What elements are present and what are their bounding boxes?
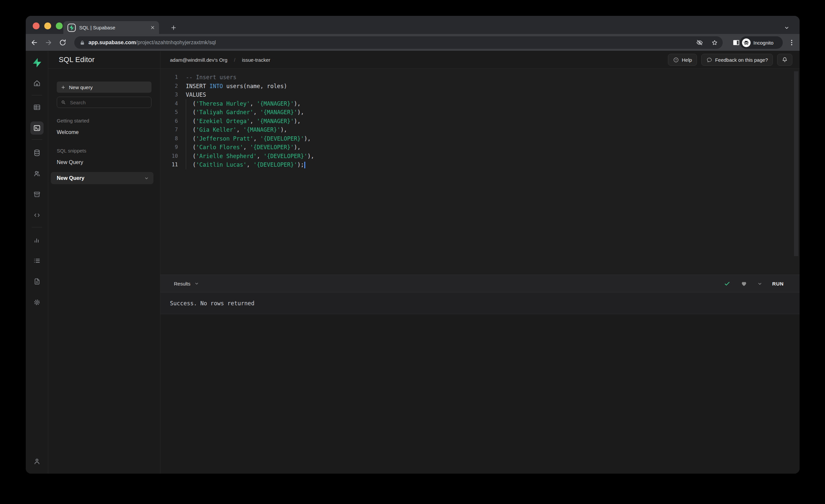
breadcrumb: adam@windmill.dev's Org / issue-tracker: [170, 57, 668, 63]
code-line[interactable]: 8 ('Jefferson Pratt', '{DEVELOPER}'),: [160, 134, 800, 143]
code-line[interactable]: 6 ('Ezekiel Ortega', '{MANAGER}'),: [160, 117, 800, 126]
results-dropdown[interactable]: Results: [174, 281, 724, 286]
favorite-heart-icon[interactable]: [741, 280, 747, 287]
browser-toolbar: app.supabase.com/project/azahtnhqohyjerz…: [26, 34, 800, 51]
check-icon[interactable]: [724, 280, 731, 287]
nav-rail: [26, 51, 48, 474]
account-icon[interactable]: [30, 455, 44, 468]
code-text: ('Theresa Hurley', '{MANAGER}'),: [186, 99, 301, 108]
supabase-app: SQL Editor adam@windmill.dev's Org / iss…: [26, 51, 800, 474]
bookmark-star-icon[interactable]: [711, 39, 718, 46]
notifications-button[interactable]: [777, 54, 792, 66]
text-cursor: [304, 162, 305, 168]
supabase-logo-icon[interactable]: [30, 56, 44, 69]
code-line[interactable]: 11 ('Caitlin Lucas', '{DEVELOPER}');: [160, 160, 800, 169]
speech-bubble-icon: [706, 57, 712, 63]
editor-scrollbar[interactable]: [794, 71, 798, 256]
browser-window: SQL | Supabase app.supabase.com/project/…: [26, 16, 800, 474]
search-icon: [61, 100, 66, 105]
line-number: 4: [160, 99, 178, 108]
chevron-down-icon: [195, 281, 199, 286]
snippet-item-label: New Query: [57, 159, 83, 165]
code-line[interactable]: 4 ('Theresa Hurley', '{MANAGER}'),: [160, 99, 800, 108]
code-line[interactable]: 2INSERT INTO users(name, roles): [160, 82, 800, 91]
logs-icon[interactable]: [30, 254, 44, 267]
incognito-badge: Incognito: [740, 36, 783, 49]
results-bar: Results RUN: [160, 275, 800, 292]
home-icon[interactable]: [30, 77, 44, 90]
code-text: ('Gia Keller', '{MANAGER}'),: [186, 126, 287, 134]
feedback-label: Feedback on this page?: [715, 57, 768, 63]
feedback-button[interactable]: Feedback on this page?: [701, 54, 773, 66]
eye-off-icon[interactable]: [696, 39, 703, 46]
close-window-button[interactable]: [33, 22, 40, 29]
help-button[interactable]: ? Help: [668, 54, 697, 66]
settings-gear-icon[interactable]: [30, 296, 44, 309]
forward-icon[interactable]: [45, 39, 53, 47]
indent-guide: [186, 99, 186, 169]
line-number: 8: [160, 134, 178, 143]
minimize-window-button[interactable]: [44, 22, 51, 29]
address-bar[interactable]: app.supabase.com/project/azahtnhqohyjerz…: [74, 36, 723, 49]
code-line[interactable]: 10 ('Arielle Shepherd', '{DEVELOPER}'),: [160, 152, 800, 161]
panel-header: SQL Editor: [48, 51, 160, 69]
new-tab-button[interactable]: [167, 21, 180, 34]
page-title: SQL Editor: [59, 56, 95, 64]
line-number: 7: [160, 126, 178, 134]
sql-editor-icon[interactable]: [30, 122, 44, 135]
authentication-icon[interactable]: [30, 167, 44, 180]
code-text: ('Caitlin Lucas', '{DEVELOPER}');: [186, 160, 305, 169]
api-docs-icon[interactable]: [30, 275, 44, 288]
incognito-icon: [742, 38, 751, 47]
browser-menu-icon[interactable]: [788, 39, 796, 47]
snippet-item-label: Welcome: [57, 129, 79, 135]
new-query-button-label: New query: [69, 84, 93, 90]
edge-functions-icon[interactable]: [30, 209, 44, 222]
supabase-favicon-icon: [67, 23, 76, 32]
results-empty-area: [160, 314, 800, 474]
code-text: ('Carlo Flores', '{DEVELOPER}'),: [186, 143, 301, 152]
code-line[interactable]: 3VALUES: [160, 90, 800, 99]
code-line[interactable]: 5 ('Taliyah Gardner', '{MANAGER}'),: [160, 108, 800, 117]
help-circle-icon: ?: [673, 57, 679, 63]
breadcrumb-org[interactable]: adam@windmill.dev's Org: [170, 57, 227, 63]
reports-icon[interactable]: [30, 233, 44, 246]
table-editor-icon[interactable]: [30, 101, 44, 114]
code-line[interactable]: 7 ('Gia Keller', '{MANAGER}'),: [160, 126, 800, 134]
svg-text:?: ?: [675, 58, 677, 61]
code-text: INSERT INTO users(name, roles): [186, 82, 287, 91]
code-text: ('Taliyah Gardner', '{MANAGER}'),: [186, 108, 304, 117]
search-input[interactable]: [69, 99, 137, 105]
code-line[interactable]: 1-- Insert users: [160, 73, 800, 82]
storage-icon[interactable]: [30, 188, 44, 201]
url-text: app.supabase.com/project/azahtnhqohyjerz…: [88, 40, 216, 46]
side-panel-icon[interactable]: [732, 39, 740, 47]
new-query-button[interactable]: New query: [57, 81, 151, 93]
database-icon[interactable]: [30, 146, 44, 159]
breadcrumb-project[interactable]: issue-tracker: [242, 57, 270, 63]
success-message: Success. No rows returned: [170, 300, 254, 307]
line-number: 2: [160, 82, 178, 91]
line-number: 6: [160, 117, 178, 126]
snippet-item[interactable]: New Query: [48, 157, 160, 168]
snippet-item[interactable]: Welcome: [48, 127, 160, 138]
search-box[interactable]: [57, 97, 151, 108]
zoom-window-button[interactable]: [56, 22, 63, 29]
sql-code-editor[interactable]: 1-- Insert users2INSERT INTO users(name,…: [160, 69, 800, 275]
code-text: VALUES: [186, 90, 206, 99]
run-button[interactable]: RUN: [772, 281, 784, 286]
chevron-down-icon[interactable]: [144, 176, 149, 181]
code-line[interactable]: 9 ('Carlo Flores', '{DEVELOPER}'),: [160, 143, 800, 152]
line-number: 11: [160, 160, 178, 169]
code-text: ('Arielle Shepherd', '{DEVELOPER}'),: [186, 152, 314, 161]
tab-close-icon[interactable]: [150, 25, 155, 30]
snippet-item[interactable]: New Query: [51, 172, 153, 184]
reload-icon[interactable]: [59, 39, 67, 47]
back-icon[interactable]: [30, 39, 38, 47]
main-header: adam@windmill.dev's Org / issue-tracker …: [160, 51, 800, 69]
tab-search-chevron-icon[interactable]: [780, 21, 793, 34]
results-message-row: Success. No rows returned: [160, 292, 800, 314]
run-options-chevron-icon[interactable]: [757, 281, 762, 286]
incognito-label: Incognito: [753, 40, 773, 46]
browser-tab[interactable]: SQL | Supabase: [63, 21, 159, 34]
